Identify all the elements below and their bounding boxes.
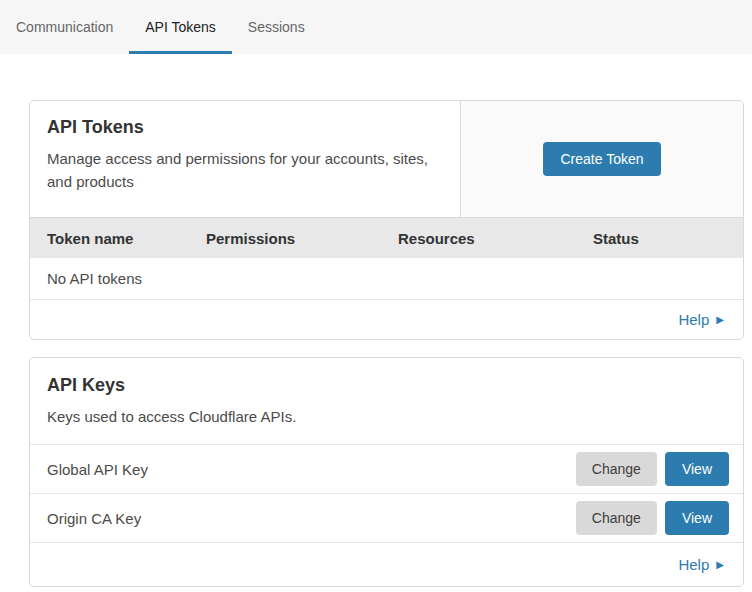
- api-keys-help-label: Help: [678, 556, 709, 573]
- origin-ca-key-change-button[interactable]: Change: [576, 501, 657, 535]
- origin-ca-key-view-button[interactable]: View: [665, 501, 729, 535]
- page-content: API Tokens Manage access and permissions…: [0, 54, 752, 587]
- api-keys-help-link[interactable]: Help ▶: [678, 556, 724, 573]
- tokens-empty-row: No API tokens: [30, 258, 743, 300]
- tab-bar: Communication API Tokens Sessions: [0, 0, 752, 54]
- api-tokens-card-header: API Tokens Manage access and permissions…: [30, 101, 743, 217]
- help-arrow-icon: ▶: [716, 560, 724, 570]
- tab-sessions[interactable]: Sessions: [232, 0, 321, 54]
- global-api-key-change-button[interactable]: Change: [576, 452, 657, 486]
- tokens-column-resources: Resources: [398, 230, 593, 247]
- global-api-key-view-button[interactable]: View: [665, 452, 729, 486]
- api-tokens-card-header-action: Create Token: [460, 101, 743, 217]
- help-arrow-icon: ▶: [716, 315, 724, 325]
- tokens-column-permissions: Permissions: [206, 230, 398, 247]
- api-keys-card-footer: Help ▶: [30, 542, 743, 586]
- api-key-row-global: Global API Key Change View: [30, 444, 743, 493]
- global-api-key-label: Global API Key: [47, 461, 148, 478]
- origin-ca-key-label: Origin CA Key: [47, 510, 141, 527]
- create-token-button[interactable]: Create Token: [543, 142, 660, 176]
- api-keys-description: Keys used to access Cloudflare APIs.: [47, 405, 726, 428]
- api-tokens-help-link[interactable]: Help ▶: [678, 311, 724, 328]
- global-api-key-actions: Change View: [576, 452, 729, 486]
- api-keys-card-header: API Keys Keys used to access Cloudflare …: [30, 358, 743, 444]
- api-keys-title: API Keys: [47, 375, 726, 396]
- api-tokens-card-header-text: API Tokens Manage access and permissions…: [30, 101, 460, 217]
- api-tokens-card: API Tokens Manage access and permissions…: [29, 100, 744, 340]
- api-keys-card: API Keys Keys used to access Cloudflare …: [29, 357, 744, 587]
- api-tokens-card-footer: Help ▶: [30, 300, 743, 339]
- origin-ca-key-actions: Change View: [576, 501, 729, 535]
- tokens-table-header: Token name Permissions Resources Status: [30, 217, 743, 258]
- api-tokens-help-label: Help: [678, 311, 709, 328]
- tab-communication[interactable]: Communication: [0, 0, 129, 54]
- tab-api-tokens[interactable]: API Tokens: [129, 0, 232, 54]
- tokens-column-token-name: Token name: [47, 230, 206, 247]
- api-tokens-description: Manage access and permissions for your a…: [47, 147, 443, 194]
- tokens-column-status: Status: [593, 230, 743, 247]
- api-tokens-title: API Tokens: [47, 117, 443, 138]
- api-key-row-origin-ca: Origin CA Key Change View: [30, 493, 743, 542]
- tokens-empty-message: No API tokens: [47, 270, 142, 287]
